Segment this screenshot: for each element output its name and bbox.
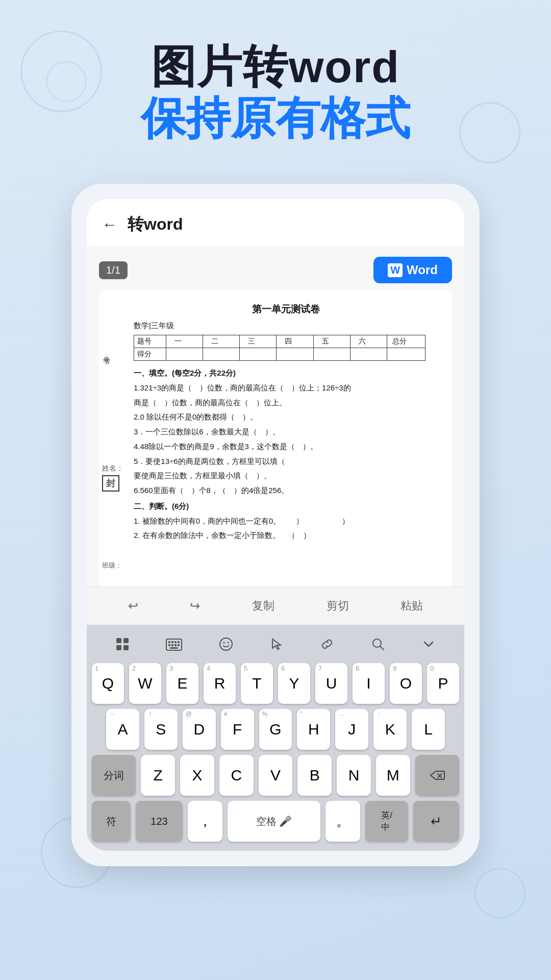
cut-button[interactable]: 剪切 xyxy=(318,596,357,616)
key-J[interactable]: …J xyxy=(335,709,368,750)
key-B[interactable]: B xyxy=(297,755,332,796)
item5b: 要使商是三位数，方框里最小填（ ）。 xyxy=(134,470,438,482)
key-L[interactable]: L xyxy=(412,709,445,750)
section2-title: 二、判断。(6分) xyxy=(134,500,438,513)
kb-grid-icon[interactable] xyxy=(109,634,136,658)
section2: 二、判断。(6分) 1. 被除数的中间有0，商的中间也一定有0。 ） ） 2. … xyxy=(134,500,438,542)
keyboard: 1Q 2W 3E 4R 5T 6Y 7U 8I 9O 0P －A ！S @D #… xyxy=(87,625,464,851)
svg-rect-5 xyxy=(168,641,170,643)
top-bar: ← 转word xyxy=(87,199,464,247)
back-button[interactable]: ← xyxy=(102,216,117,233)
svg-rect-8 xyxy=(178,641,180,643)
document-content[interactable]: 学号： 姓名：封 班级： 第一单元测试卷 数学|三年级 题号 一 二 三 xyxy=(99,290,452,586)
side-label-class: 班级： xyxy=(102,561,122,570)
item6: 6.560里面有（ ）个8，（ ）的4倍是256。 xyxy=(134,484,438,497)
svg-rect-2 xyxy=(116,645,121,650)
key-fu[interactable]: 符 xyxy=(92,801,131,842)
key-period[interactable]: 。 xyxy=(325,801,360,842)
key-enter[interactable]: ↵ xyxy=(413,801,459,842)
doc-subject-row: 数学|三年级 xyxy=(134,321,438,331)
paste-button[interactable]: 粘贴 xyxy=(392,596,431,616)
kb-chevron-icon[interactable] xyxy=(415,634,442,658)
key-fenci[interactable]: 分词 xyxy=(92,755,136,796)
kb-search-icon[interactable] xyxy=(365,634,391,658)
svg-rect-1 xyxy=(123,638,129,643)
key-comma[interactable]: ， xyxy=(188,801,222,842)
redo-button[interactable]: ↪ xyxy=(182,597,208,615)
key-R[interactable]: 4R xyxy=(204,663,236,704)
key-U[interactable]: 7U xyxy=(315,663,347,704)
kb-keyboard-icon[interactable] xyxy=(160,635,188,657)
item4: 4.48除以一个数的商是9，余数是3，这个数是（ ）。 xyxy=(134,440,438,453)
kb-row-3: 分词 Z X C V B N M xyxy=(87,755,464,796)
key-Q[interactable]: 1Q xyxy=(92,663,124,704)
document-area: 1/1 W Word 学号： 姓名：封 班级： 第一单元测试卷 数学|三年级 xyxy=(87,247,464,586)
side-label-xue: 学号： xyxy=(102,352,111,359)
side-label-name: 姓名：封 xyxy=(102,464,123,492)
kb-row-1: 1Q 2W 3E 4R 5T 6Y 7U 8I 9O 0P xyxy=(87,663,464,704)
key-V[interactable]: V xyxy=(259,755,293,796)
svg-point-15 xyxy=(223,642,224,644)
judge2: 2. 在有余数的除法中，余数一定小于除数。 （ ） xyxy=(134,529,438,542)
svg-point-14 xyxy=(220,638,232,650)
svg-rect-12 xyxy=(178,644,180,646)
page-title: 转word xyxy=(128,213,183,236)
key-I[interactable]: 8I xyxy=(353,663,385,704)
key-M[interactable]: M xyxy=(376,755,410,796)
svg-rect-7 xyxy=(174,641,177,643)
svg-marker-17 xyxy=(272,639,281,649)
key-T[interactable]: 5T xyxy=(241,663,273,704)
svg-rect-9 xyxy=(168,644,170,646)
svg-rect-10 xyxy=(171,644,173,646)
phone-mockup: ← 转word 1/1 W Word 学号： 姓名：封 班级： 第一单元测试卷 xyxy=(71,184,480,866)
key-G[interactable]: %G xyxy=(259,709,292,750)
doc-table: 题号 一 二 三 四 五 六 总分 得分 xyxy=(134,335,425,361)
key-N[interactable]: N xyxy=(337,755,371,796)
key-lang[interactable]: 英/中 xyxy=(365,801,408,842)
key-F[interactable]: #F xyxy=(221,709,254,750)
section1: 一、填空。(每空2分，共22分) 1.321÷3的商是（ ）位数，商的最高位在（… xyxy=(134,367,438,497)
doc-title: 第一单元测试卷 xyxy=(134,303,438,316)
item1b: 商是（ ）位数，商的最高位在（ ）位上。 xyxy=(134,397,438,409)
judge1: 1. 被除数的中间有0，商的中间也一定有0。 ） ） xyxy=(134,515,438,528)
kb-cursor-icon[interactable] xyxy=(263,634,290,658)
key-D[interactable]: @D xyxy=(183,709,216,750)
key-W[interactable]: 2W xyxy=(129,663,161,704)
key-123[interactable]: 123 xyxy=(136,801,183,842)
word-export-button[interactable]: W Word xyxy=(373,257,452,283)
phone-inner: ← 转word 1/1 W Word 学号： 姓名：封 班级： 第一单元测试卷 xyxy=(87,199,464,851)
kb-link-icon[interactable] xyxy=(314,634,340,658)
svg-rect-0 xyxy=(116,638,121,643)
headline-line1: 图片转word xyxy=(0,41,551,92)
section1-title: 一、填空。(每空2分，共22分) xyxy=(134,367,438,380)
kb-emoji-icon[interactable] xyxy=(213,634,239,658)
key-space[interactable]: 空格 🎤 xyxy=(228,801,320,842)
svg-point-16 xyxy=(227,642,229,644)
key-E[interactable]: 3E xyxy=(166,663,198,704)
key-O[interactable]: 9O xyxy=(390,663,422,704)
undo-button[interactable]: ↩ xyxy=(120,597,146,615)
key-P[interactable]: 0P xyxy=(427,663,459,704)
key-A[interactable]: －A xyxy=(106,709,139,750)
key-Z[interactable]: Z xyxy=(141,755,175,796)
key-C[interactable]: C xyxy=(219,755,254,796)
kb-top-row xyxy=(87,630,464,663)
item2: 2.0 除以任何不是0的数都得（ ）。 xyxy=(134,411,438,424)
page-badge: 1/1 xyxy=(99,261,128,279)
item1a: 1.321÷3的商是（ ）位数，商的最高位在（ ）位上；126÷3的 xyxy=(134,382,438,395)
key-Y[interactable]: 6Y xyxy=(278,663,310,704)
header-section: 图片转word 保持原有格式 xyxy=(0,41,551,144)
key-backspace[interactable] xyxy=(415,755,459,796)
edit-toolbar: ↩ ↪ 复制 剪切 粘贴 xyxy=(87,586,464,625)
key-X[interactable]: X xyxy=(180,755,214,796)
headline-line2-blue: 原有格式 xyxy=(231,93,410,143)
copy-button[interactable]: 复制 xyxy=(244,596,283,616)
key-H[interactable]: "H xyxy=(297,709,330,750)
svg-rect-6 xyxy=(171,641,173,643)
doc-toolbar: 1/1 W Word xyxy=(99,257,452,283)
svg-line-19 xyxy=(380,646,384,650)
word-icon: W xyxy=(388,263,403,277)
key-S[interactable]: ！S xyxy=(144,709,178,750)
item3: 3．一个三位数除以6，余数最大是（ ）。 xyxy=(134,426,438,438)
key-K[interactable]: ：K xyxy=(373,709,407,750)
